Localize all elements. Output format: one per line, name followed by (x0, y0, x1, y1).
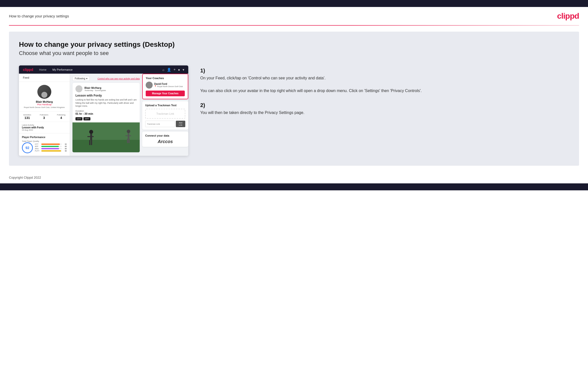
bar-arg: ARG 86 (35, 148, 67, 150)
header: How to change your privacy settings clip… (0, 7, 588, 25)
player-performance: Player Performance Total Player Quality … (19, 133, 70, 156)
bar-ott-label: OTT (35, 143, 40, 145)
post-title: Lesson with Fordy (72, 94, 140, 98)
stat-activities: Activities 131 (23, 114, 31, 120)
logo: clippd (557, 11, 579, 21)
bar-app-label: APP (35, 146, 40, 147)
stat-followers-label: Followers (40, 114, 48, 116)
instruction-1-num: 1) (200, 67, 205, 74)
bar-ott-val: 90 (63, 143, 67, 145)
profile-stats: Activities 131 Followers 3 Following 4 (19, 112, 70, 122)
avatar-icon[interactable]: ● (178, 68, 180, 72)
connect-data-card: Connect your data Arccos (142, 132, 188, 147)
latest-activity-name: Lesson with Fordy (22, 126, 67, 129)
post-duration: Duration 01 hr : 30 min (72, 110, 140, 117)
post-author-meta: Yesterday · Sunningdale (84, 89, 106, 92)
control-privacy-link[interactable]: Control who can see your activity and da… (97, 77, 140, 80)
post-header: Blair McHarg Yesterday · Sunningdale (72, 83, 140, 94)
feed-post: Blair McHarg Yesterday · Sunningdale Les… (72, 83, 140, 152)
bar-putt-val: 96 (63, 150, 67, 152)
search-icon[interactable]: ⌕ (162, 68, 164, 72)
nav-item-performance[interactable]: My Performance (53, 68, 73, 71)
stat-followers: Followers 3 (40, 114, 48, 120)
stat-following: Following 4 (57, 114, 65, 120)
stat-activities-label: Activities (23, 114, 31, 116)
coach-info: David Ford 📍 Royal North Devon Golf Club (154, 83, 183, 88)
bar-putt-fill (41, 150, 61, 152)
bar-arg-fill (41, 148, 59, 149)
demo-instructions: clippd Home My Performance ⌕ 👤 ⌖ ● ▾ Fee… (19, 65, 569, 156)
coach-club: 📍 Royal North Devon Golf Club (154, 85, 183, 88)
latest-activity-date: 03 Aug 2022 (22, 129, 67, 131)
header-divider (9, 25, 579, 26)
trackman-add-button[interactable]: Add Link (176, 121, 185, 127)
footer: Copyright Clippd 2022 (0, 172, 588, 183)
profile-club: Royal North Devon Golf Club, United King… (22, 106, 67, 108)
instruction-2: 2) You will then be taken directly to th… (200, 102, 569, 116)
bar-ott: OTT 90 (35, 143, 67, 145)
post-desc: Looking to feel like my hands are exitin… (72, 98, 140, 110)
quality-circle: 92 (22, 142, 33, 153)
profile-handicap: Plus Handicap (22, 103, 67, 106)
post-author-name: Blair McHarg (84, 86, 106, 89)
instruction-1-text: On your Feed, click/tap on 'Control who … (200, 75, 569, 94)
bar-putt: PUTT 96 (35, 150, 67, 152)
bar-app-track (41, 146, 62, 147)
svg-rect-6 (91, 140, 92, 145)
post-image (72, 122, 140, 152)
app-right: Your Coaches David Ford 📍 Royal North De… (142, 74, 188, 156)
svg-rect-9 (126, 135, 131, 136)
app-nav: clippd Home My Performance ⌕ 👤 ⌖ ● ▾ (19, 65, 188, 74)
coach-avatar (146, 82, 153, 89)
main-content: How to change your privacy settings (Des… (9, 32, 579, 166)
app-screenshot: clippd Home My Performance ⌕ 👤 ⌖ ● ▾ Fee… (19, 65, 188, 156)
profile-name: Blair McHarg (22, 100, 67, 103)
following-label: Following (75, 77, 85, 80)
trackman-title: Upload a Trackman Test (145, 104, 185, 107)
page-heading: How to change your privacy settings (Des… (19, 41, 569, 49)
quality-bars: OTT 90 APP (35, 143, 67, 152)
chevron-down-icon[interactable]: ▾ (183, 68, 184, 72)
bar-ott-fill (41, 144, 60, 145)
following-button[interactable]: Following ▾ (72, 76, 90, 81)
app-logo: clippd (23, 68, 33, 72)
player-perf-title: Player Performance (22, 136, 67, 139)
nav-item-home[interactable]: Home (39, 68, 46, 71)
following-chevron-icon: ▾ (86, 77, 87, 80)
bar-putt-track (41, 150, 62, 152)
post-tags: OTT APP (72, 117, 140, 122)
svg-rect-10 (127, 139, 128, 143)
avatar-circle (41, 92, 47, 98)
location-icon[interactable]: ⌖ (174, 67, 176, 72)
total-quality-label: Total Player Quality (22, 140, 67, 142)
bar-putt-label: PUTT (35, 150, 40, 152)
bar-arg-val: 86 (63, 148, 67, 150)
tag-app: APP (83, 117, 90, 120)
instruction-1: 1) On your Feed, click/tap on 'Control w… (200, 67, 569, 94)
svg-point-2 (89, 130, 93, 134)
top-bar (0, 0, 588, 7)
svg-rect-5 (89, 140, 90, 145)
bar-app-fill (41, 146, 59, 147)
manage-coaches-button[interactable]: Manage Your Coaches (146, 91, 185, 96)
post-author-info: Blair McHarg Yesterday · Sunningdale (84, 86, 106, 92)
person-icon[interactable]: 👤 (167, 68, 171, 72)
svg-point-7 (127, 130, 130, 133)
bar-app: APP 85 (35, 146, 67, 147)
trackman-input[interactable] (145, 121, 175, 127)
location-icon-small: 📍 (154, 85, 157, 88)
profile-avatar (37, 85, 51, 99)
svg-rect-4 (87, 136, 94, 137)
feed-tab[interactable]: Feed (19, 74, 70, 82)
connect-title: Connect your data (145, 134, 185, 137)
latest-activity: Latest Activity Lesson with Fordy 03 Aug… (19, 122, 70, 133)
latest-activity-label: Latest Activity (22, 124, 67, 126)
header-title: How to change your privacy settings (9, 14, 69, 18)
your-coaches-card: Your Coaches David Ford 📍 Royal North De… (142, 74, 188, 99)
tag-ott: OTT (75, 117, 82, 120)
post-avatar (75, 85, 82, 92)
app-nav-icons: ⌕ 👤 ⌖ ● ▾ (162, 67, 184, 72)
instruction-2-num: 2) (200, 102, 205, 108)
profile-card: Blair McHarg Plus Handicap Royal North D… (19, 82, 70, 112)
coach-club-name: Royal North Devon Golf Club (157, 85, 183, 88)
